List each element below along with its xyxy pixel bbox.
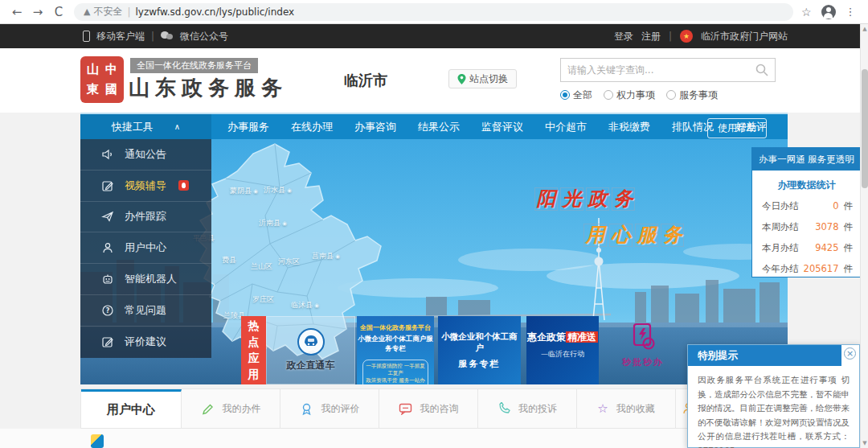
filter-service-radio[interactable]: 服务事项 [666, 88, 718, 102]
page-scrollbar[interactable]: ▲ ▼ [860, 24, 868, 448]
user-icon [101, 241, 114, 254]
tab-my-complaints[interactable]: 我的投诉 [478, 389, 577, 428]
train-banner-label: 政企直通车 [287, 359, 335, 372]
profile-avatar-icon[interactable] [821, 5, 836, 19]
district-label[interactable]: 河东区 [278, 257, 300, 267]
sidebar-item-label: 常见问题 [125, 303, 166, 318]
scrollbar-thumb[interactable] [862, 69, 868, 188]
tab-my-cases[interactable]: 我的办件 [182, 389, 280, 428]
comment-icon [399, 403, 412, 415]
tab-my-reviews[interactable]: 我的评价 [280, 389, 379, 428]
topbar-divider: | [151, 31, 154, 42]
question-icon: ? [101, 304, 114, 317]
instant-approval-shortcut[interactable]: 秒批秒办 [611, 323, 675, 368]
nav-item-supervise[interactable]: 监督评议 [481, 120, 523, 134]
stat-value: 0 [833, 200, 838, 212]
seal-char: 中 [105, 62, 117, 77]
seal-char: 山 [87, 62, 99, 77]
filter-all-radio[interactable]: 全部 [560, 88, 592, 102]
search-filter-group: 全部 权力事项 服务事项 [560, 88, 776, 102]
wechat-icon [161, 31, 174, 41]
stats-panel: 办事一网通 服务更透明 办理数据统计 今日办结 0 件 本周办结 3078 件 … [751, 147, 862, 277]
district-label[interactable]: 沂水县◉ [264, 185, 292, 195]
search-icon[interactable] [755, 64, 768, 76]
filter-power-radio[interactable]: 权力事项 [604, 88, 655, 102]
sidebar-item-label: 评价建议 [125, 335, 166, 349]
close-icon[interactable]: × [844, 347, 856, 360]
district-label[interactable]: 罗庄区 [252, 294, 274, 305]
banner-title: 惠企政策 [527, 331, 566, 343]
mobile-client-link[interactable]: 移动客户端 [96, 30, 145, 43]
forward-icon[interactable]: → [27, 5, 48, 19]
wechat-link[interactable]: 微信公众号 [180, 30, 228, 43]
login-link[interactable]: 登录 [614, 30, 633, 43]
small-business-banner[interactable]: 小微企业和个体工商户 服务专栏 [438, 316, 521, 384]
district-label[interactable]: 临沭县◉ [291, 300, 319, 310]
sidebar-item-feedback[interactable]: 评价建议 [80, 327, 211, 358]
sidebar-item-user-center[interactable]: 用户中心 [80, 232, 211, 264]
stat-unit: 件 [844, 242, 854, 254]
national-platform-banner[interactable]: 全国一体化政务服务平台 小微企业和个体工商户服务专栏 一手抓疫情防控 一手抓复工… [357, 316, 434, 384]
tab-label: 我的咨询 [420, 402, 459, 416]
enterprise-policy-banner[interactable]: 惠企政策精准送 —临沂在行动 [526, 316, 599, 384]
help-button[interactable]: 使用帮助 [707, 118, 767, 138]
district-label[interactable]: 费县 [222, 255, 236, 265]
quick-tools-menu[interactable]: 快捷工具 ∧ [80, 114, 211, 139]
platform-badge: 全国一体化在线政务服务平台 [130, 58, 258, 73]
site-switch-button[interactable]: 站点切换 [448, 69, 517, 88]
banner-note: 政策资讯干货 服务一站办理 [364, 377, 427, 384]
nav-item-agency[interactable]: 中介超市 [545, 120, 587, 134]
stat-value: 205617 [804, 263, 839, 274]
sidebar-item-notices[interactable]: 通知公告 [80, 139, 211, 171]
hot-flame-icon [178, 180, 189, 191]
nav-item-online[interactable]: 在线办理 [291, 120, 333, 134]
gov-enterprise-express-banner[interactable]: 政企直通车 [266, 316, 355, 384]
stat-label: 今日办结 [762, 200, 799, 212]
banner-note: 一手抓疫情防控 一手抓复工复产 [364, 363, 427, 377]
stat-row-week: 本周办结 3078 件 [752, 216, 861, 237]
district-label[interactable]: 莒南县◉ [312, 251, 340, 261]
search-input[interactable] [561, 64, 755, 76]
banner-title: 全国一体化政务服务平台 [357, 323, 434, 332]
tab-user-center[interactable]: 用户中心 [81, 389, 182, 428]
slogan-line1: 阳光政务 [534, 187, 635, 211]
bookmark-star-icon[interactable]: ☆ [801, 6, 812, 18]
url-bar[interactable]: ▲ 不安全 | lyzwfw.sd.gov.cn/lys/public/inde… [74, 3, 793, 21]
notice-title: 特别提示 [688, 345, 841, 366]
sidebar-item-video-tutorials[interactable]: 视频辅导 [80, 171, 211, 202]
sidebar-item-robot[interactable]: 智能机器人 [80, 264, 211, 295]
browser-menu-icon[interactable]: ⋮ [845, 6, 856, 18]
pen-icon [101, 335, 114, 348]
nav-item-banshi[interactable]: 办事服务 [227, 120, 269, 134]
sidebar-item-case-tracking[interactable]: 办件跟踪 [80, 202, 211, 233]
banner-subtitle: 小微企业和个体工商户服务专栏 [357, 335, 434, 354]
scroll-down-icon[interactable]: ▼ [861, 440, 868, 446]
filter-power-label: 权力事项 [616, 89, 655, 101]
hot-apps-tab[interactable]: 热点应用 [241, 316, 266, 384]
chevron-up-icon: ∧ [174, 122, 180, 131]
sidebar-item-faq[interactable]: ? 常见问题 [80, 295, 211, 327]
url-text: lyzwfw.sd.gov.cn/lys/public/index [136, 6, 295, 18]
page: ← → C ▲ 不安全 | lyzwfw.sd.gov.cn/lys/publi… [0, 0, 868, 448]
district-label[interactable]: 蒙阴县◉ [230, 186, 258, 196]
robot-icon [101, 273, 114, 286]
gov-portal-link[interactable]: 临沂市政府门户网站 [701, 30, 788, 43]
tab-label: 我的收藏 [616, 402, 655, 416]
stat-label: 今年办结 [762, 263, 799, 275]
reload-icon[interactable]: C [48, 5, 69, 19]
register-link[interactable]: 注册 [641, 30, 661, 43]
speaker-icon [101, 148, 114, 161]
tab-my-inquiries[interactable]: 我的咨询 [379, 389, 478, 428]
stat-unit: 件 [844, 221, 854, 233]
security-label: 不安全 [93, 5, 122, 18]
quick-tools-label: 快捷工具 [112, 120, 154, 134]
district-label[interactable]: 沂南县◉ [259, 218, 287, 228]
banner-title: 小微企业和个体工商户 [438, 331, 521, 354]
nav-item-consult[interactable]: 办事咨询 [354, 120, 396, 134]
tab-my-favorites[interactable]: ☆ 我的收藏 [577, 389, 676, 428]
nav-item-nontax[interactable]: 非税缴费 [608, 120, 650, 134]
back-icon[interactable]: ← [6, 5, 27, 19]
nav-item-results[interactable]: 结果公示 [418, 120, 460, 134]
district-label[interactable]: 兰山区 [251, 261, 272, 272]
scroll-up-icon[interactable]: ▲ [861, 26, 868, 32]
